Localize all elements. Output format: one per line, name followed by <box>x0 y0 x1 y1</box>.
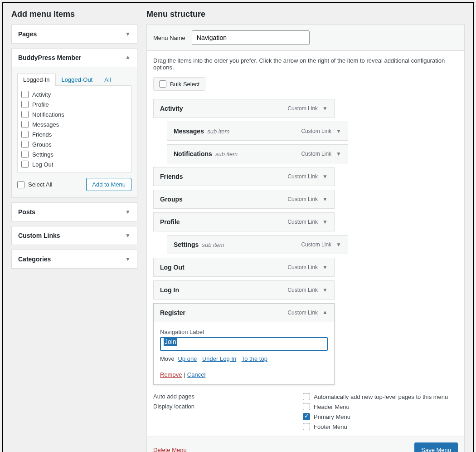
bp-item-checkbox[interactable] <box>21 121 29 128</box>
sub-item-tag: sub item <box>207 128 229 135</box>
display-location-label: Display location <box>153 403 303 430</box>
menu-item-type: Custom Link <box>301 151 331 157</box>
loc-footer-checkbox[interactable] <box>303 423 310 430</box>
menu-item[interactable]: ActivityCustom Link▼ <box>153 99 335 118</box>
delete-menu-link[interactable]: Delete Menu <box>153 447 187 452</box>
bp-item-checkbox[interactable] <box>21 101 29 108</box>
chevron-down-icon: ▼ <box>125 232 131 239</box>
loc-footer[interactable]: Footer Menu <box>303 423 458 430</box>
bp-item[interactable]: Activity <box>21 89 128 99</box>
bp-item[interactable]: Profile <box>21 99 128 109</box>
chevron-down-icon[interactable]: ▼ <box>336 128 341 134</box>
navigation-label-value: Join <box>164 338 177 346</box>
select-all-checkbox[interactable] <box>17 181 24 188</box>
tab-logged-in[interactable]: Logged-In <box>17 73 56 86</box>
move-to-top-link[interactable]: To the top <box>242 355 267 362</box>
chevron-down-icon[interactable]: ▼ <box>322 219 328 225</box>
select-all[interactable]: Select All <box>17 180 52 190</box>
tab-logged-out[interactable]: Logged-Out <box>56 73 99 86</box>
menu-item-type: Custom Link <box>301 241 331 248</box>
loc-header[interactable]: Header Menu <box>303 403 458 410</box>
chevron-down-icon[interactable]: ▼ <box>322 105 328 112</box>
menu-item-title: Profile <box>160 218 180 226</box>
bp-item-checkbox[interactable] <box>21 141 29 148</box>
panel-posts[interactable]: Posts ▼ <box>11 202 137 221</box>
panel-posts-label: Posts <box>18 208 35 216</box>
menu-settings: Auto add pages Automatically add new top… <box>147 391 464 437</box>
loc-primary[interactable]: Primary Menu <box>303 413 458 420</box>
auto-add-checkbox[interactable] <box>303 393 310 400</box>
menu-item-type: Custom Link <box>287 219 318 225</box>
panel-categories[interactable]: Categories ▼ <box>11 250 137 269</box>
chevron-up-icon[interactable]: ▼ <box>322 310 328 316</box>
bp-item-label: Log Out <box>32 161 53 168</box>
bulk-select-label: Bulk Select <box>170 81 199 88</box>
instructions-text: Drag the items into the order you prefer… <box>147 51 464 71</box>
bp-item-label: Messages <box>32 121 59 128</box>
move-row: Move Up one Under Log In To the top <box>160 355 328 362</box>
menu-name-label: Menu Name <box>153 34 185 41</box>
menu-item[interactable]: FriendsCustom Link▼ <box>153 167 335 186</box>
move-up-one-link[interactable]: Up one <box>178 355 197 362</box>
select-all-label: Select All <box>28 181 52 188</box>
move-under-link[interactable]: Under Log In <box>202 355 236 362</box>
bp-item[interactable]: Settings <box>21 149 128 159</box>
bp-item-checkbox[interactable] <box>21 131 29 138</box>
chevron-down-icon[interactable]: ▼ <box>322 173 328 180</box>
panel-buddypress-header[interactable]: BuddyPress Member ▼ <box>12 49 137 67</box>
menu-item[interactable]: GroupsCustom Link▼ <box>153 190 335 209</box>
bp-item[interactable]: Log Out <box>21 159 128 169</box>
bp-item-list[interactable]: Activity Profile Notifications Messages … <box>17 85 131 172</box>
panel-custom-links[interactable]: Custom Links ▼ <box>11 226 137 245</box>
item-action-row: Remove|Cancel <box>160 371 328 378</box>
menu-item[interactable]: Settings sub itemCustom Link▼ <box>167 235 348 254</box>
chevron-down-icon[interactable]: ▼ <box>336 151 341 157</box>
menu-item[interactable]: Notifications sub itemCustom Link▼ <box>167 144 348 163</box>
menu-item-title: Log In <box>160 286 179 294</box>
cancel-item-link[interactable]: Cancel <box>187 371 205 378</box>
loc-primary-checkbox[interactable] <box>303 413 310 420</box>
bp-item-checkbox[interactable] <box>21 91 29 98</box>
auto-add-opt-label: Automatically add new top-level pages to… <box>314 393 448 400</box>
tab-all[interactable]: All <box>98 73 117 86</box>
bp-tabs: Logged-In Logged-Out All <box>17 73 131 85</box>
move-label: Move <box>160 355 175 362</box>
bulk-select-button[interactable]: Bulk Select <box>153 77 205 91</box>
menu-item[interactable]: ProfileCustom Link▼ <box>153 212 335 231</box>
bulk-select-checkbox[interactable] <box>159 80 166 88</box>
add-menu-items-column: Add menu items Pages ▼ BuddyPress Member… <box>11 10 137 452</box>
bp-item-checkbox[interactable] <box>21 161 29 168</box>
bp-item[interactable]: Notifications <box>21 109 128 119</box>
menu-structure-heading: Menu structure <box>146 10 465 19</box>
panel-buddypress-label: BuddyPress Member <box>18 54 81 61</box>
auto-add-opt[interactable]: Automatically add new top-level pages to… <box>303 393 458 400</box>
bp-item-checkbox[interactable] <box>21 111 29 118</box>
menu-item[interactable]: Messages sub itemCustom Link▼ <box>167 122 348 141</box>
bp-item[interactable]: Friends <box>21 129 128 139</box>
panel-pages[interactable]: Pages ▼ <box>11 25 137 44</box>
chevron-down-icon[interactable]: ▼ <box>322 264 328 270</box>
menu-item-title: Friends <box>160 173 183 180</box>
add-to-menu-button[interactable]: Add to Menu <box>86 178 131 191</box>
panel-categories-label: Categories <box>18 255 51 263</box>
bp-item[interactable]: Messages <box>21 119 128 129</box>
menu-item[interactable]: Log OutCustom Link▼ <box>153 258 335 277</box>
loc-header-checkbox[interactable] <box>303 403 310 410</box>
chevron-down-icon: ▼ <box>125 256 131 262</box>
chevron-down-icon[interactable]: ▼ <box>336 241 341 248</box>
chevron-down-icon[interactable]: ▼ <box>322 287 328 293</box>
bp-item-checkbox[interactable] <box>21 151 29 158</box>
panel-pages-label: Pages <box>18 30 37 38</box>
remove-item-link[interactable]: Remove <box>160 371 182 378</box>
menu-item-title: Register <box>160 309 185 316</box>
chevron-down-icon[interactable]: ▼ <box>322 196 328 202</box>
menu-item-type: Custom Link <box>287 105 318 112</box>
menu-item-type: Custom Link <box>287 196 318 202</box>
menu-item[interactable]: Log InCustom Link▼ <box>153 280 335 300</box>
navigation-label-input[interactable]: Join <box>160 337 328 351</box>
menu-item-header[interactable]: Register Custom Link▼ <box>154 304 334 322</box>
bp-item[interactable]: Groups <box>21 139 128 149</box>
save-menu-button[interactable]: Save Menu <box>414 442 458 452</box>
menu-name-input[interactable] <box>192 30 310 45</box>
menu-item-title: Log Out <box>160 264 185 271</box>
